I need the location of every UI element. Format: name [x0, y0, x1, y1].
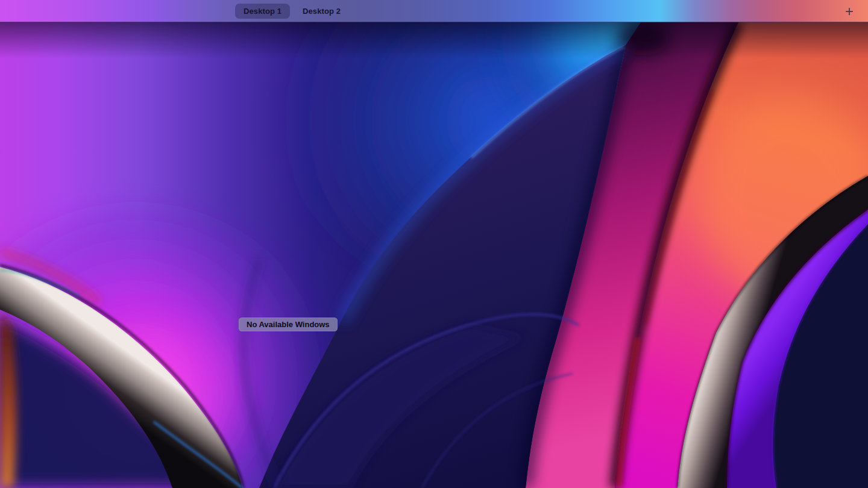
plus-icon: + — [845, 4, 854, 18]
desktop-wallpaper[interactable] — [0, 22, 868, 488]
space-tab-desktop-1[interactable]: Desktop 1 — [235, 4, 290, 19]
no-windows-label: No Available Windows — [247, 320, 330, 329]
add-desktop-button[interactable]: + — [836, 0, 863, 22]
spaces-group: Desktop 1 Desktop 2 — [235, 4, 341, 19]
spaces-bar: Desktop 1 Desktop 2 + — [0, 0, 868, 22]
no-windows-badge: No Available Windows — [239, 318, 338, 331]
space-tab-desktop-2[interactable]: Desktop 2 — [303, 4, 341, 19]
mission-control-screen: Desktop 1 Desktop 2 + No Available Windo… — [0, 0, 868, 488]
